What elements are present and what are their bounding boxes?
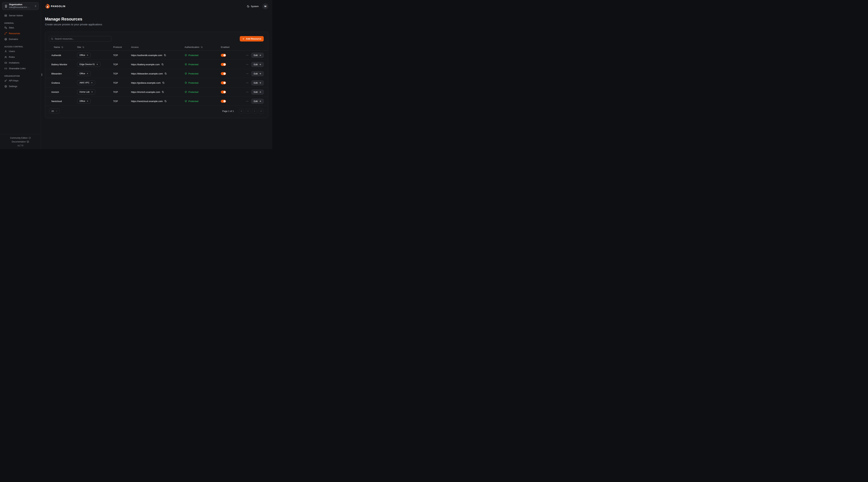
row-menu-button[interactable] <box>246 100 249 103</box>
sidebar-section-organization: ORGANIZATION <box>4 75 36 77</box>
edit-button[interactable]: Edit <box>251 99 264 104</box>
edit-button[interactable]: Edit <box>251 80 264 85</box>
column-header-name[interactable]: Name <box>51 46 77 49</box>
protocol: TCP <box>113 54 131 57</box>
org-selector[interactable]: Organization milo@fossorial.io's ... <box>2 2 39 10</box>
book-open-icon <box>27 141 29 143</box>
site-link-button[interactable]: Home Lab <box>77 90 95 94</box>
copy-icon[interactable] <box>164 54 166 56</box>
auth-status: Protected <box>188 63 198 66</box>
row-menu-button[interactable] <box>246 54 249 57</box>
site-link-button[interactable]: Office <box>77 53 91 58</box>
auth-status: Protected <box>188 100 198 102</box>
edit-button[interactable]: Edit <box>251 53 264 58</box>
table-row: Nextcloud Office TCP https://nextcloud.e… <box>45 97 268 106</box>
row-menu-button[interactable] <box>246 90 249 94</box>
auth-status: Protected <box>188 54 198 57</box>
search-box <box>49 36 112 41</box>
sidebar-item-label: Invitations <box>9 61 20 64</box>
auth-status: Protected <box>188 82 198 84</box>
chevron-down-icon <box>56 110 58 112</box>
sidebar-item-label: Settings <box>9 85 18 88</box>
enabled-toggle[interactable] <box>221 82 226 84</box>
site-link-button[interactable]: AWS VPC <box>77 80 95 85</box>
access-url: https://immich.example.com <box>131 91 160 93</box>
row-menu-button[interactable] <box>246 63 249 66</box>
resource-name: Battery Monitor <box>51 63 77 66</box>
copy-icon[interactable] <box>164 100 167 102</box>
resources-spline-icon <box>4 32 7 35</box>
sidebar-item-settings[interactable]: Settings <box>2 84 39 89</box>
pangolin-logo-icon <box>45 4 50 9</box>
site-link-button[interactable]: Office <box>77 71 91 76</box>
sidebar-item-resources[interactable]: Resources <box>2 31 39 36</box>
sidebar-item-sites[interactable]: Sites <box>2 25 39 31</box>
enabled-toggle[interactable] <box>221 54 226 57</box>
arrow-right-icon <box>259 82 261 84</box>
avatar[interactable]: M <box>262 3 268 9</box>
row-menu-button[interactable] <box>246 72 249 75</box>
arrow-up-right-icon <box>91 82 93 84</box>
edit-button[interactable]: Edit <box>251 62 264 67</box>
sidebar-item-api-keys[interactable]: API Keys <box>2 78 39 84</box>
ellipsis-icon <box>246 100 249 102</box>
chevrons-right-icon <box>260 110 262 112</box>
enabled-toggle[interactable] <box>221 63 226 66</box>
pangolin-logo[interactable]: PANGOLIN <box>45 4 65 9</box>
sidebar-item-server-admin[interactable]: Server Admin <box>2 13 39 19</box>
page-status: Page 1 of 1 <box>222 110 234 113</box>
sidebar-item-domains[interactable]: Domains <box>2 36 39 42</box>
table-row: Battery Monitor Edge Device 01 TCP https… <box>45 60 268 69</box>
sidebar-item-roles[interactable]: Roles <box>2 54 39 60</box>
table-toolbar: Add Resource <box>45 36 268 41</box>
table-row: Immich Home Lab TCP https://immich.examp… <box>45 88 268 97</box>
community-edition-link[interactable]: Community Edition <box>0 136 41 140</box>
table-row: Bitwarden Office TCP https://bitwarden.e… <box>45 69 268 78</box>
next-page-button[interactable] <box>252 108 257 114</box>
copy-icon[interactable] <box>164 72 167 75</box>
first-page-button[interactable] <box>239 108 244 114</box>
auth-status: Protected <box>188 91 198 93</box>
copy-icon[interactable] <box>161 63 164 66</box>
search-input[interactable] <box>55 37 110 40</box>
main-content: PANGOLIN System M Manage Resources Creat… <box>41 0 272 149</box>
sidebar-item-shareable-links[interactable]: Shareable Links <box>2 66 39 71</box>
sidebar-resize-handle[interactable] <box>41 73 42 76</box>
sidebar-item-label: Domains <box>9 38 18 40</box>
theme-toggle[interactable]: System <box>247 5 259 8</box>
access-url: https://battery.example.com <box>131 63 160 66</box>
site-link-button[interactable]: Edge Device 01 <box>77 62 100 67</box>
site-link-button[interactable]: Office <box>77 99 91 104</box>
copy-icon[interactable] <box>162 91 164 93</box>
resource-name: Bitwarden <box>51 72 77 75</box>
edit-button[interactable]: Edit <box>251 71 264 76</box>
column-header-access: Access <box>131 46 185 49</box>
protocol: TCP <box>113 63 131 66</box>
sidebar-item-users[interactable]: Users <box>2 49 39 54</box>
edit-button[interactable]: Edit <box>251 90 264 95</box>
column-header-authentication[interactable]: Authentication <box>185 46 221 49</box>
arrow-up-right-icon <box>91 91 93 93</box>
search-icon <box>51 38 53 40</box>
row-menu-button[interactable] <box>246 81 249 85</box>
previous-page-button[interactable] <box>245 108 250 114</box>
arrow-up-right-icon <box>87 54 88 56</box>
access-url: https://grafana.example.com <box>131 82 161 84</box>
enabled-toggle[interactable] <box>221 91 226 94</box>
ellipsis-icon <box>246 72 249 75</box>
column-header-site[interactable]: Site <box>77 46 113 49</box>
copy-icon[interactable] <box>162 82 164 84</box>
page-size-select[interactable]: 20 <box>49 108 60 114</box>
sidebar-item-invitations[interactable]: Invitations <box>2 60 39 66</box>
enabled-toggle[interactable] <box>221 72 226 75</box>
enabled-toggle[interactable] <box>221 100 226 103</box>
arrow-right-icon <box>259 100 261 102</box>
documentation-link[interactable]: Documentation <box>0 140 41 144</box>
sidebar-item-label: Users <box>9 50 15 53</box>
ticket-check-icon <box>4 61 7 64</box>
last-page-button[interactable] <box>259 108 264 114</box>
resources-card: Add Resource Name Site Protocol Ac <box>45 32 268 118</box>
access-url: https://nextcloud.example.com <box>131 100 163 102</box>
add-resource-button[interactable]: Add Resource <box>240 36 264 41</box>
sort-icon <box>201 46 203 48</box>
